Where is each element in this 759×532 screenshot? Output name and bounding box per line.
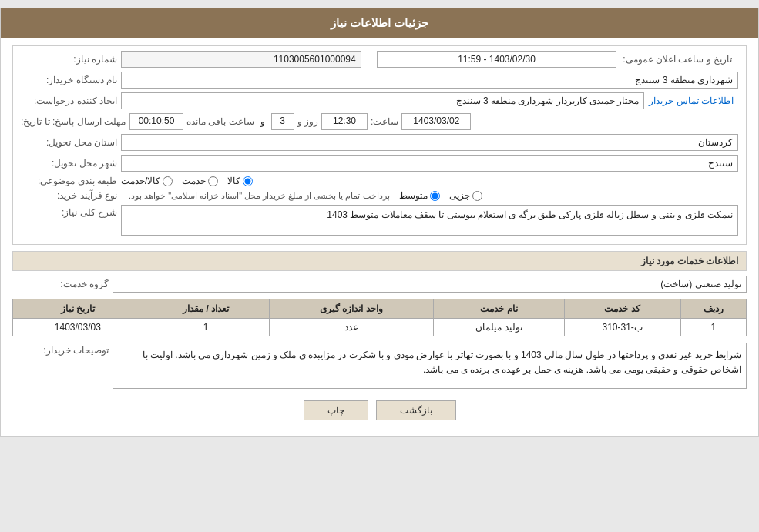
announcement-date-value: 1403/02/30 - 11:59 [377, 51, 617, 68]
category-option-khedmat: خدمت [182, 176, 218, 186]
cell-service-code: ب-31-310 [564, 319, 680, 336]
service-group-row: گروه خدمت: تولید صنعتی (ساخت) [12, 276, 747, 293]
need-number-value: 1103005601000094 [121, 51, 361, 68]
delivery-city-row: شهر محل تحویل: سنندج [21, 155, 738, 172]
announcement-date-label: تاریخ و ساعت اعلان عمومی: [616, 54, 738, 65]
remaining-time-value: 00:10:50 [129, 113, 183, 130]
delivery-province-label: استان محل تحویل: [21, 137, 121, 148]
cell-quantity: 1 [143, 319, 269, 336]
purchase-type-label: نوع فرآیند خرید: [21, 190, 121, 201]
purchase-type-row: نوع فرآیند خرید: پرداخت تمام یا بخشی از … [21, 190, 738, 201]
need-number-row: شماره نیاز: 1103005601000094 1403/02/30 … [21, 51, 738, 68]
response-time-label: ساعت: [371, 116, 398, 127]
buyer-desc-value: شرایط خرید غیر نقدی و پرداختها در طول سا… [113, 343, 747, 389]
category-radio-khedmat[interactable] [208, 176, 218, 186]
services-table-container: ردیف کد خدمت نام خدمت واحد اندازه گیری ت… [12, 299, 747, 336]
service-group-value: تولید صنعتی (ساخت) [113, 276, 747, 293]
buyer-org-row: نام دستگاه خریدار: شهرداری منطقه 3 سنندج [21, 72, 738, 89]
category-kala-label: کالا [227, 176, 240, 186]
category-option-kala: کالا [227, 176, 253, 186]
category-option-kala-khedmat: کالا/خدمت [121, 176, 173, 186]
response-time-value: 12:30 [321, 113, 368, 130]
col-quantity: تعداد / مقدار [143, 299, 269, 319]
buyer-desc-label: توصیحات خریدار: [12, 343, 113, 356]
purchase-jozi-label: جزیی [449, 190, 470, 201]
contact-link[interactable]: اطلاعات تماس خریدار [649, 95, 734, 106]
response-deadline-row: مهلت ارسال پاسخ: تا تاریخ: 00:10:50 ساعت… [21, 113, 738, 130]
cell-service-name: تولید میلمان [434, 319, 564, 336]
delivery-province-row: استان محل تحویل: کردستان [21, 134, 738, 151]
services-table: ردیف کد خدمت نام خدمت واحد اندازه گیری ت… [12, 299, 747, 336]
category-radio-kala-khedmat[interactable] [163, 176, 173, 186]
table-row: 1 ب-31-310 تولید میلمان عدد 1 1403/03/03 [13, 319, 747, 336]
cell-row-num: 1 [680, 319, 746, 336]
description-label: شرح کلی نیاز: [21, 205, 121, 218]
page-header: جزئیات اطلاعات نیاز [1, 8, 758, 38]
creator-label: ایجاد کننده درخواست: [21, 95, 121, 106]
cell-date: 1403/03/03 [13, 319, 143, 336]
purchase-type-radio-group: پرداخت تمام یا بخشی از مبلغ خریدار محل "… [121, 190, 482, 201]
buyer-org-value: شهرداری منطقه 3 سنندج [121, 72, 738, 89]
delivery-province-value: کردستان [121, 134, 738, 151]
response-days-value: 3 [271, 113, 294, 130]
response-deadline-label: مهلت ارسال پاسخ: تا تاریخ: [21, 116, 129, 127]
creator-value: مختار حمیدی کاربردار شهرداری منطقه 3 سنن… [121, 92, 644, 109]
cell-unit: عدد [269, 319, 434, 336]
description-row: شرح کلی نیاز: نیمکت فلزی و بتنی و سطل زب… [21, 205, 738, 236]
response-date-value: 1403/03/02 [401, 113, 471, 130]
back-button[interactable]: بازگشت [376, 400, 456, 420]
description-value: نیمکت فلزی و بتنی و سطل زباله فلزی پارکی… [121, 205, 738, 236]
purchase-type-radio-mottaset[interactable] [430, 191, 440, 201]
main-info-section: شماره نیاز: 1103005601000094 1403/02/30 … [12, 45, 747, 245]
purchase-mottaset-label: متوسط [399, 190, 428, 201]
delivery-city-value: سنندج [121, 155, 738, 172]
buyer-desc-row: توصیحات خریدار: شرایط خرید غیر نقدی و پر… [12, 343, 747, 389]
col-unit: واحد اندازه گیری [269, 299, 434, 319]
category-row: طبقه بندی موضوعی: کالا/خدمت خدمت کالا [21, 176, 738, 186]
purchase-type-radio-jozi[interactable] [472, 191, 482, 201]
delivery-city-label: شهر محل تحویل: [21, 158, 121, 169]
col-service-code: کد خدمت [564, 299, 680, 319]
category-khedmat-label: خدمت [182, 176, 206, 186]
col-service-name: نام خدمت [434, 299, 564, 319]
page-title: جزئیات اطلاعات نیاز [331, 16, 428, 29]
purchase-type-option-mottaset: متوسط [399, 190, 440, 201]
purchase-type-note: پرداخت تمام یا بخشی از مبلغ خریدار محل "… [121, 191, 390, 201]
buyer-org-label: نام دستگاه خریدار: [21, 75, 121, 85]
category-radio-kala[interactable] [243, 176, 253, 186]
creator-row: ایجاد کننده درخواست: مختار حمیدی کاربردا… [21, 92, 738, 109]
bottom-buttons: بازگشت چاپ [12, 393, 747, 428]
col-date: تاریخ نیاز [13, 299, 143, 319]
service-group-label: گروه خدمت: [12, 279, 113, 289]
need-number-label: شماره نیاز: [21, 54, 121, 65]
response-days-label: روز و [297, 116, 318, 127]
category-label: طبقه بندی موضوعی: [21, 176, 121, 186]
col-row-num: ردیف [680, 299, 746, 319]
print-button[interactable]: چاپ [304, 400, 368, 420]
services-section-title: اطلاعات خدمات مورد نیاز [12, 251, 747, 271]
remaining-label: ساعت باقی مانده [186, 116, 254, 127]
purchase-type-option-jozi: جزیی [449, 190, 482, 201]
category-radio-group: کالا/خدمت خدمت کالا [121, 176, 253, 186]
category-kala-khedmat-label: کالا/خدمت [121, 176, 160, 186]
